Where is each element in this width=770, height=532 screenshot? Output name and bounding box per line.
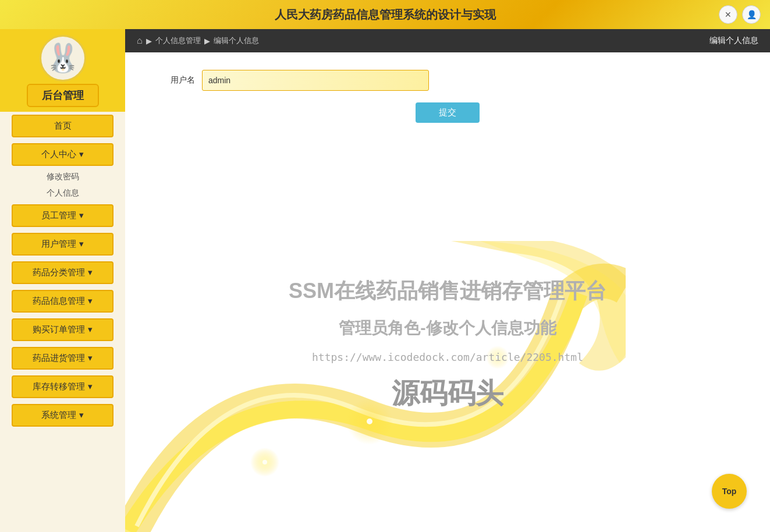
- brand-label: 后台管理: [27, 84, 99, 107]
- sidebar-subitem-personal-info[interactable]: 个人信息: [12, 185, 113, 201]
- submit-button[interactable]: 提交: [416, 102, 480, 123]
- sidebar-item-order[interactable]: 购买订单管理 ▾: [12, 318, 113, 341]
- breadcrumb-bar: ⌂ ▶ 个人信息管理 ▶ 编辑个人信息 编辑个人信息: [125, 29, 770, 52]
- close-button[interactable]: ✕: [719, 5, 737, 24]
- username-row: 用户名: [148, 70, 747, 91]
- user-icon: 👤: [747, 10, 757, 19]
- breadcrumb-personal-info-mgmt[interactable]: 个人信息管理: [155, 36, 201, 46]
- svg-point-3: [367, 418, 372, 424]
- layout: 🐰 后台管理 首页 个人中心 ▾ 修改密码 个人信息 员工管理 ▾ 用户管理 ▾…: [0, 29, 770, 532]
- swirl-decoration: [125, 241, 626, 532]
- watermark-line2: 管理员角色-修改个人信息功能: [339, 317, 556, 339]
- top-button[interactable]: Top: [712, 474, 747, 509]
- svg-point-6: [304, 438, 307, 440]
- svg-point-2: [486, 346, 509, 369]
- svg-point-7: [438, 391, 441, 393]
- sidebar-item-personal[interactable]: 个人中心 ▾: [12, 143, 113, 166]
- header-title: 人民大药房药品信息管理系统的设计与实现: [275, 7, 496, 23]
- submit-area: 提交: [148, 102, 747, 123]
- svg-point-5: [496, 356, 499, 359]
- svg-point-0: [346, 398, 393, 445]
- breadcrumb-edit-personal-info: 编辑个人信息: [214, 36, 259, 46]
- svg-point-4: [262, 460, 267, 464]
- svg-point-1: [250, 448, 279, 477]
- sidebar: 🐰 后台管理 首页 个人中心 ▾ 修改密码 个人信息 员工管理 ▾ 用户管理 ▾…: [0, 29, 125, 532]
- sidebar-brand: 🐰 后台管理: [0, 29, 125, 112]
- breadcrumb-sep-2: ▶: [204, 37, 210, 45]
- sidebar-subitem-change-password[interactable]: 修改密码: [12, 169, 113, 185]
- username-input[interactable]: [202, 70, 429, 91]
- sidebar-item-home[interactable]: 首页: [12, 115, 113, 137]
- breadcrumb-right-label: 编辑个人信息: [709, 36, 758, 46]
- watermark-line4: 源码码头: [392, 375, 503, 412]
- watermark-line1: SSM在线药品销售进销存管理平台: [289, 277, 606, 306]
- username-label: 用户名: [148, 75, 195, 86]
- main-content: 用户名 提交: [125, 52, 770, 532]
- user-button[interactable]: 👤: [742, 5, 761, 24]
- sidebar-item-system[interactable]: 系统管理 ▾: [12, 404, 113, 427]
- sidebar-item-drug-category[interactable]: 药品分类管理 ▾: [12, 261, 113, 284]
- watermark-line3: https://www.icodedock.com/article/2205.h…: [312, 351, 583, 363]
- sidebar-item-drug-info[interactable]: 药品信息管理 ▾: [12, 290, 113, 313]
- close-icon: ✕: [725, 10, 732, 19]
- rabbit-logo: 🐰: [40, 35, 86, 81]
- home-icon[interactable]: ⌂: [137, 36, 143, 46]
- sidebar-item-transfer[interactable]: 库存转移管理 ▾: [12, 375, 113, 398]
- header: 人民大药房药品信息管理系统的设计与实现 ✕ 👤: [0, 0, 770, 29]
- sidebar-item-user[interactable]: 用户管理 ▾: [12, 233, 113, 256]
- breadcrumb-sep-1: ▶: [146, 37, 152, 45]
- sidebar-item-stock-in[interactable]: 药品进货管理 ▾: [12, 347, 113, 370]
- sidebar-item-staff[interactable]: 员工管理 ▾: [12, 204, 113, 227]
- form-area: 用户名 提交: [125, 52, 770, 146]
- header-icons: ✕ 👤: [719, 5, 761, 24]
